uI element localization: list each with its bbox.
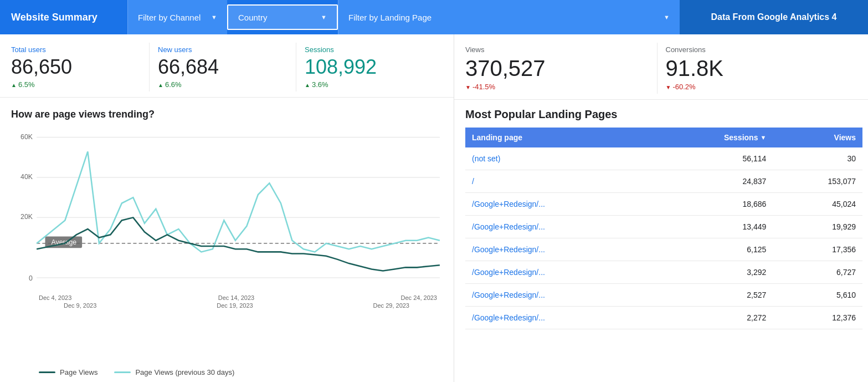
data-source-label: Data From Google Analytics 4 (680, 0, 868, 34)
sessions-metric: Sessions 108,992 3.6% (296, 43, 443, 91)
views-metric: Views 370,527 -41.5% (465, 43, 658, 94)
new-users-label: New users (158, 45, 287, 54)
col-views[interactable]: Views (773, 128, 862, 147)
total-users-value: 86,650 (11, 56, 141, 78)
table-row[interactable]: /Google+Redesign/... 2,272 12,376 (465, 307, 862, 329)
views-down-icon (465, 83, 471, 91)
filter-channel-dropdown[interactable]: Filter by Channel ▼ (127, 0, 227, 34)
table-section: Most Popular Landing Pages Landing page … (454, 100, 868, 382)
col-landing-page[interactable]: Landing page (465, 128, 653, 147)
conversions-down-icon (666, 83, 671, 91)
conversions-value: 91.8K (666, 56, 849, 80)
conversions-change-value: -60.2% (672, 83, 695, 91)
x-label-dec14: Dec 14, 2023 (218, 294, 254, 301)
cell-sessions-1: 24,837 (653, 170, 773, 193)
website-summary-title: Website Summary (0, 0, 127, 34)
conversions-metric: Conversions 91.8K -60.2% (658, 43, 857, 94)
views-change: -41.5% (465, 83, 649, 91)
new-users-change: 6.6% (158, 80, 287, 89)
views-label: Views (465, 45, 649, 54)
table-row[interactable]: /Google+Redesign/... 6,125 17,356 (465, 238, 862, 261)
new-users-metric: New users 66,684 6.6% (150, 43, 296, 91)
cell-views-7: 12,376 (773, 307, 862, 329)
cell-page-5: /Google+Redesign/... (465, 261, 653, 284)
cell-sessions-3: 13,449 (653, 216, 773, 238)
cell-sessions-6: 2,527 (653, 284, 773, 307)
cell-sessions-5: 3,292 (653, 261, 773, 284)
x-label-dec19: Dec 19, 2023 (217, 302, 253, 309)
sessions-value: 108,992 (305, 56, 434, 78)
total-users-label: Total users (11, 45, 141, 54)
svg-text:20K: 20K (20, 213, 33, 221)
views-value: 370,527 (465, 56, 649, 80)
filter-landing-dropdown[interactable]: Filter by Landing Page ▼ (338, 0, 680, 34)
legend-light-line (114, 371, 131, 373)
x-label-dec4: Dec 4, 2023 (39, 294, 71, 301)
new-users-change-value: 6.6% (165, 80, 182, 89)
cell-page-7: /Google+Redesign/... (465, 307, 653, 329)
sessions-sort-icon: ▼ (760, 134, 766, 141)
country-label: Country (238, 13, 268, 22)
cell-views-0: 30 (773, 147, 862, 170)
sessions-change: 3.6% (305, 80, 434, 89)
cell-views-5: 6,727 (773, 261, 862, 284)
new-users-up-icon (158, 80, 163, 89)
chart-area: 60K 40K 20K 0 Average (11, 129, 443, 365)
svg-text:0: 0 (29, 274, 33, 282)
filter-landing-arrow-icon: ▼ (664, 14, 670, 21)
conversions-change: -60.2% (666, 83, 849, 91)
cell-page-0: (not set) (465, 147, 653, 170)
right-metrics-row: Views 370,527 -41.5% Conversions 91.8K -… (454, 34, 868, 100)
cell-sessions-2: 18,686 (653, 193, 773, 216)
col-sessions[interactable]: Sessions ▼ (653, 128, 773, 147)
cell-views-3: 19,929 (773, 216, 862, 238)
svg-text:60K: 60K (20, 133, 33, 140)
table-row[interactable]: /Google+Redesign/... 2,527 5,610 (465, 284, 862, 307)
chart-section: How are page views trending? 60K 40K 20K… (0, 98, 454, 382)
cell-views-1: 153,077 (773, 170, 862, 193)
table-row[interactable]: /Google+Redesign/... 13,449 19,929 (465, 216, 862, 238)
table-row[interactable]: /Google+Redesign/... 3,292 6,727 (465, 261, 862, 284)
sessions-label: Sessions (305, 45, 434, 54)
x-label-dec24: Dec 24, 2023 (401, 294, 437, 301)
country-dropdown[interactable]: Country ▼ (227, 4, 338, 30)
legend-previous-30: Page Views (previous 30 days) (114, 368, 234, 376)
cell-page-1: / (465, 170, 653, 193)
table-title: Most Popular Landing Pages (465, 108, 862, 121)
x-label-dec29: Dec 29, 2023 (373, 302, 409, 309)
table-header-row: Landing page Sessions ▼ Views (465, 128, 862, 147)
chart-legend: Page Views Page Views (previous 30 days) (11, 368, 443, 376)
title-text: Website Summary (11, 12, 97, 23)
table-row[interactable]: (not set) 56,114 30 (465, 147, 862, 170)
cell-page-6: /Google+Redesign/... (465, 284, 653, 307)
table-row[interactable]: / 24,837 153,077 (465, 170, 862, 193)
sessions-up-icon (305, 80, 310, 89)
filter-channel-label: Filter by Channel (138, 13, 201, 22)
total-users-metric: Total users 86,650 6.5% (11, 43, 150, 91)
main-content: Total users 86,650 6.5% New users 66,684… (0, 34, 868, 382)
x-label-dec9: Dec 9, 2023 (64, 302, 96, 309)
filter-landing-label: Filter by Landing Page (348, 13, 432, 22)
source-text: Data From Google Analytics 4 (711, 12, 836, 22)
cell-views-4: 17,356 (773, 238, 862, 261)
cell-views-6: 5,610 (773, 284, 862, 307)
sessions-change-value: 3.6% (312, 80, 328, 89)
page-views-chart: 60K 40K 20K 0 Average (11, 129, 443, 295)
left-panel: Total users 86,650 6.5% New users 66,684… (0, 34, 454, 382)
total-users-change-value: 6.5% (18, 80, 35, 89)
views-change-value: -41.5% (472, 83, 495, 91)
right-panel: Views 370,527 -41.5% Conversions 91.8K -… (454, 34, 868, 382)
new-users-value: 66,684 (158, 56, 287, 78)
chart-title: How are page views trending? (11, 109, 443, 120)
cell-views-2: 45,024 (773, 193, 862, 216)
landing-pages-table: Landing page Sessions ▼ Views (465, 128, 862, 329)
table-row[interactable]: /Google+Redesign/... 18,686 45,024 (465, 193, 862, 216)
cell-page-3: /Google+Redesign/... (465, 216, 653, 238)
cell-sessions-0: 56,114 (653, 147, 773, 170)
legend-previous-label: Page Views (previous 30 days) (135, 368, 234, 376)
conversions-label: Conversions (666, 45, 849, 54)
svg-text:40K: 40K (20, 173, 33, 181)
legend-page-views-label: Page Views (60, 368, 97, 376)
total-users-change: 6.5% (11, 80, 141, 89)
legend-dark-line (39, 371, 55, 373)
